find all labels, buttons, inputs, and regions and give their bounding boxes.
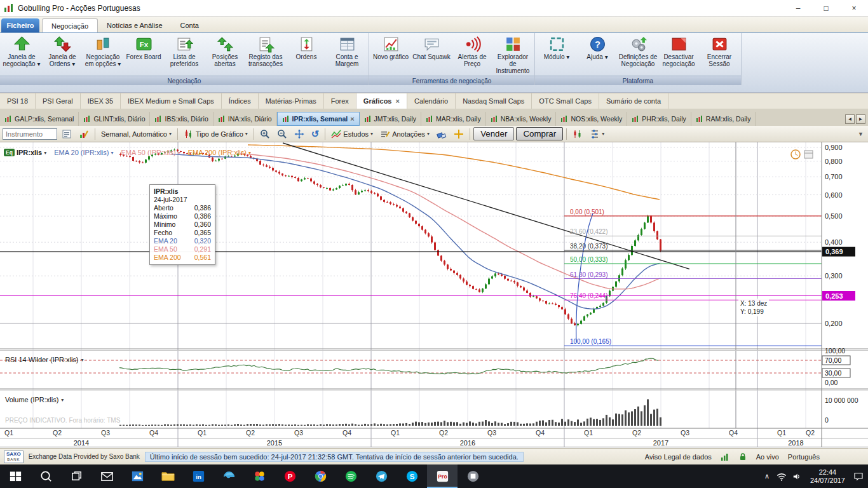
ribbon-button-0-7[interactable]: Ordens	[286, 35, 327, 61]
legend-item-1[interactable]: EMA 50 (IPR:xlis)▾	[121, 149, 180, 156]
eraser-button[interactable]	[434, 128, 449, 140]
google-photos-app[interactable]	[244, 464, 275, 488]
chart-tab-10[interactable]: RAM:xlis, Daily	[691, 112, 756, 126]
sell-button[interactable]: Vender	[473, 127, 514, 140]
chart-tab-3[interactable]: INA:xlis, Diário	[214, 112, 277, 126]
ribbon-button-0-5[interactable]: Posições abertas	[205, 35, 245, 68]
legend-item-0[interactable]: EMA 20 (IPR:xlis)▾	[54, 149, 113, 156]
ribbon-button-0-0[interactable]: Janela de negociação ▾	[1, 35, 42, 68]
misc-app[interactable]	[458, 464, 488, 488]
ribbon-button-2-0[interactable]: Módulo ▾	[536, 35, 577, 61]
chart-edit-button[interactable]	[76, 128, 92, 140]
watchlist-tab-2[interactable]: IBEX 35	[81, 93, 121, 109]
chrome-app[interactable]	[305, 464, 336, 488]
ribbon-button-2-3[interactable]: Desactivar negociação	[658, 35, 699, 68]
start-button[interactable]	[0, 464, 31, 488]
spotify-app[interactable]	[336, 464, 366, 488]
close-tab-icon[interactable]: ×	[350, 115, 354, 123]
symbol-legend[interactable]: Eq IPR:xlis ▾	[4, 149, 46, 156]
watchlist-tab-3[interactable]: IBEX Medium e Small Caps	[121, 93, 222, 109]
chart-tab-5[interactable]: JMT:xlis, Daily	[360, 112, 422, 126]
ribbon-button-0-1[interactable]: Janela de Ordens ▾	[42, 35, 83, 68]
file-explorer-app[interactable]	[153, 464, 183, 488]
ribbon-button-1-1[interactable]: Chat Squawk	[411, 35, 452, 61]
watchlist-tab-4[interactable]: Índices	[222, 93, 259, 109]
scroll-tabs-right[interactable]: ►	[856, 114, 865, 124]
chart-tab-2[interactable]: IBS:xlis, Diário	[150, 112, 213, 126]
chart-tab-9[interactable]: PHR:xlis, Daily	[627, 112, 691, 126]
ribbon-button-2-1[interactable]: ?Ajuda ▾	[577, 35, 618, 61]
search-button[interactable]	[31, 464, 61, 488]
zoom-out-button[interactable]	[275, 128, 290, 140]
ribbon-button-1-2[interactable]: Alertas de Preço	[452, 35, 492, 68]
ribbon-button-1-0[interactable]: Novo gráfico	[370, 35, 411, 61]
watchlist-tab-8[interactable]: Calendário	[407, 93, 456, 109]
instrument-list-button[interactable]	[59, 128, 74, 140]
menu-item-0[interactable]: Ficheiro	[1, 18, 39, 32]
watchlist-tab-9[interactable]: Nasdaq Small Caps	[456, 93, 532, 109]
volume-pane-label[interactable]: Volume (IPR:xlis) ▾	[5, 396, 64, 403]
hidden-icons-chevron[interactable]: ∧	[762, 472, 772, 480]
price-chart[interactable]: 0,00 (0,501)23,60 (0,422)38,20 (0,373)50…	[0, 142, 868, 448]
maximize-button[interactable]: □	[812, 0, 840, 16]
notification-icon[interactable]	[853, 471, 864, 482]
ribbon-button-0-3[interactable]: FxForex Board	[123, 35, 164, 61]
ribbon-button-0-6[interactable]: Registo das transacções	[245, 35, 286, 68]
ribbon-button-0-8[interactable]: Conta e Margem	[327, 35, 367, 68]
watchlist-tab-10[interactable]: OTC Small Caps	[532, 93, 599, 109]
task-view-button[interactable]	[61, 464, 92, 488]
ribbon-button-0-2[interactable]: Negociação em opções ▾	[83, 35, 123, 68]
chart-style-button[interactable]	[570, 128, 585, 140]
scroll-down-icon[interactable]: ▼	[858, 131, 865, 137]
clock[interactable]: 22:44 24/07/2017	[810, 468, 845, 485]
mail-app[interactable]	[92, 464, 122, 488]
language-selector[interactable]: Português	[788, 453, 820, 461]
photos-app[interactable]	[122, 464, 153, 488]
chart-tab-0[interactable]: GALP:xlis, Semanal	[0, 112, 79, 126]
telegram-app[interactable]	[366, 464, 397, 488]
chart-type-dropdown[interactable]: Tipo de Gráfico▾	[181, 128, 250, 140]
buy-button[interactable]: Comprar	[516, 127, 563, 140]
linkedin-app[interactable]: in	[183, 464, 214, 488]
menu-item-1[interactable]: Negociação	[42, 18, 98, 32]
studies-dropdown[interactable]: Estudos▾	[329, 128, 376, 140]
chart-region[interactable]: 0,00 (0,501)23,60 (0,422)38,20 (0,373)50…	[0, 142, 868, 448]
edge-app[interactable]	[214, 464, 244, 488]
ribbon-button-2-4[interactable]: Encerrar Sessão	[699, 35, 740, 68]
skype-app[interactable]: S	[397, 464, 427, 488]
menu-item-3[interactable]: Conta	[172, 18, 208, 32]
chart-tab-8[interactable]: NOS:xlis, Weekly	[556, 112, 627, 126]
zoom-in-button[interactable]	[257, 128, 273, 140]
close-tab-icon[interactable]: ×	[396, 97, 400, 105]
volume-icon[interactable]	[791, 471, 803, 482]
crosshair-button[interactable]	[451, 128, 466, 140]
close-button[interactable]: ×	[840, 0, 868, 16]
rsi-pane-label[interactable]: RSI 14 Wilder (IPR:xlis) ▾	[5, 356, 84, 363]
ribbon-button-1-3[interactable]: Explorador de Instrumento	[492, 35, 533, 75]
watchlist-tab-11[interactable]: Sumário de conta	[599, 93, 668, 109]
pan-button[interactable]	[292, 128, 307, 140]
watchlist-tab-6[interactable]: Forex	[324, 93, 356, 109]
chart-tab-6[interactable]: MAR:xlis, Daily	[421, 112, 486, 126]
menu-item-2[interactable]: Notícias e Análise	[98, 18, 171, 32]
annotations-dropdown[interactable]: Anotações▾	[377, 128, 432, 140]
legend-item-2[interactable]: EMA 200 (IPR:xlis)▾	[188, 149, 251, 156]
ribbon-button-0-4[interactable]: Lista de preferidos	[164, 35, 205, 68]
watchlist-tab-5[interactable]: Matérias-Primas	[259, 93, 324, 109]
instrument-input[interactable]	[3, 128, 57, 140]
scroll-tabs-left[interactable]: ◄	[845, 114, 855, 124]
legal-notice-link[interactable]: Aviso Legal de dados	[645, 453, 712, 461]
pinterest-app[interactable]: P	[275, 464, 305, 488]
watchlist-tab-0[interactable]: PSI 18	[0, 93, 36, 109]
chart-tab-7[interactable]: NBA:xlis, Weekly	[486, 112, 557, 126]
period-dropdown[interactable]: Semanal, Automático▾	[98, 129, 174, 139]
chart-tab-1[interactable]: GLINT:xlis, Diário	[79, 112, 150, 126]
gobulling-pro-app[interactable]: Pro	[427, 464, 458, 488]
watchlist-tab-7[interactable]: Gráficos×	[356, 93, 407, 109]
ribbon-button-2-2[interactable]: Definições de Negociação	[618, 35, 658, 68]
wifi-icon[interactable]	[776, 471, 787, 482]
chart-settings-button[interactable]: ▾	[587, 128, 607, 140]
undo-button[interactable]: ↺	[309, 128, 322, 140]
watchlist-tab-1[interactable]: PSI Geral	[36, 93, 81, 109]
minimize-button[interactable]: –	[784, 0, 812, 16]
